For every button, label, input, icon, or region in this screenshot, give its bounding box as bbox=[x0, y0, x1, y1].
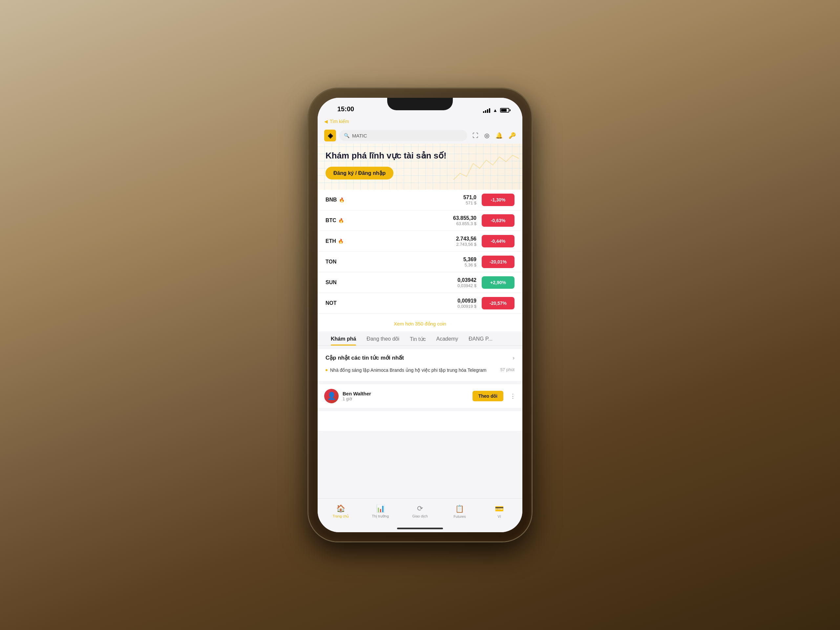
bottom-nav-icon: 📋 bbox=[455, 505, 464, 513]
coin-price-col: 5,369 5,36 $ bbox=[358, 257, 482, 267]
back-label[interactable]: Tìm kiếm bbox=[330, 119, 349, 124]
bottom-nav-icon: 💳 bbox=[495, 505, 504, 513]
coin-symbol: SUN bbox=[325, 279, 337, 286]
nav-action-icons: ⛶ ◎ 🔔 🔑 bbox=[472, 132, 516, 139]
binance-logo[interactable]: ◈ bbox=[324, 129, 336, 141]
back-arrow-icon: ◀ bbox=[324, 119, 328, 124]
coin-change-badge: -0,63% bbox=[482, 214, 515, 227]
wifi-icon: ▲ bbox=[493, 107, 497, 113]
signal-bars-icon bbox=[483, 107, 490, 113]
coin-price-main: 0,03942 bbox=[358, 277, 477, 283]
register-button[interactable]: Đăng ký / Đăng nhập bbox=[325, 167, 393, 180]
coin-name-col: BTC 🔥 bbox=[325, 218, 358, 223]
fire-icon: 🔥 bbox=[338, 238, 344, 244]
bottom-nav-Giao dịch[interactable]: ⟳ Giao dịch bbox=[409, 504, 431, 518]
bottom-nav-icon: ⟳ bbox=[417, 504, 423, 513]
bottom-nav-label: Futures bbox=[453, 515, 466, 518]
coin-price-usd: 0,03942 $ bbox=[358, 283, 477, 288]
tab-đang-p...[interactable]: ĐANG P... bbox=[463, 332, 498, 346]
coin-price-col: 63.855,30 63.855,3 $ bbox=[358, 215, 482, 226]
coin-name-col: SUN bbox=[325, 279, 358, 286]
bottom-nav-Futures[interactable]: 📋 Futures bbox=[448, 505, 471, 518]
creator-info: Ben Walther 1 giờ bbox=[343, 391, 469, 401]
status-time: 15:00 bbox=[337, 105, 354, 113]
fire-icon: 🔥 bbox=[338, 218, 344, 223]
search-bar[interactable]: 🔍 MATIC bbox=[339, 130, 467, 141]
bottom-nav-label: Thị trường bbox=[372, 514, 389, 518]
top-navigation: ◈ 🔍 MATIC ⛶ ◎ 🔔 🔑 bbox=[317, 127, 523, 144]
bottom-nav-Ví[interactable]: 💳 Ví bbox=[488, 505, 511, 518]
hero-title: Khám phá lĩnh vực tài sản số! bbox=[325, 150, 515, 161]
bottom-nav-icon: 📊 bbox=[376, 504, 385, 513]
coin-symbol: BTC bbox=[325, 218, 336, 223]
bottom-nav-Thị trường[interactable]: 📊 Thị trường bbox=[369, 504, 392, 518]
news-arrow-icon[interactable]: › bbox=[513, 355, 515, 361]
binance-logo-symbol: ◈ bbox=[328, 131, 333, 139]
coin-price-main: 5,369 bbox=[358, 257, 477, 262]
coin-row[interactable]: ETH 🔥 2.743,56 2.743,56 $ -0,44% bbox=[317, 231, 523, 252]
creator-card: 👤 Ben Walther 1 giờ Theo dõi ⋮ bbox=[317, 384, 523, 408]
hero-section: Khám phá lĩnh vực tài sản số! Đăng ký / … bbox=[317, 144, 523, 189]
bottom-nav-label: Trang chủ bbox=[332, 514, 349, 518]
coin-change-badge: -1,30% bbox=[482, 194, 515, 206]
phone-shell: 15:00 ▲ ◀ Tìm kiếm bbox=[308, 88, 532, 542]
bottom-nav-label: Giao dịch bbox=[412, 514, 428, 518]
coin-row[interactable]: BTC 🔥 63.855,30 63.855,3 $ -0,63% bbox=[317, 210, 523, 231]
coin-row[interactable]: BNB 🔥 571,0 571 $ -1,30% bbox=[317, 189, 523, 210]
coin-price-col: 571,0 571 $ bbox=[358, 194, 482, 205]
search-icon: 🔍 bbox=[344, 133, 349, 138]
coin-row[interactable]: TON 5,369 5,36 $ -20,01% bbox=[317, 252, 523, 272]
status-icons: ▲ bbox=[483, 107, 509, 113]
coin-change-badge: -20,57% bbox=[482, 297, 515, 309]
see-more-text[interactable]: Xem hơn 350 đồng coin bbox=[394, 321, 446, 327]
news-item[interactable]: Nhà đồng sáng lập Animoca Brands ủng hộ … bbox=[325, 365, 515, 376]
coin-change-badge: -0,44% bbox=[482, 235, 515, 248]
news-title: Cập nhật các tin tức mới nhất bbox=[325, 354, 404, 361]
coin-price-main: 2.743,56 bbox=[358, 236, 477, 242]
coin-change-badge: +2,90% bbox=[482, 276, 515, 289]
fire-icon: 🔥 bbox=[339, 197, 344, 202]
coin-name-col: TON bbox=[325, 259, 358, 265]
bottom-navigation: 🏠 Trang chủ 📊 Thị trường ⟳ Giao dịch 📋 F… bbox=[317, 498, 523, 524]
phone-screen: 15:00 ▲ ◀ Tìm kiếm bbox=[317, 98, 523, 532]
tab-tin-tức[interactable]: Tin tức bbox=[404, 332, 431, 346]
coin-price-main: 0,00919 bbox=[358, 298, 477, 304]
coin-name-col: ETH 🔥 bbox=[325, 238, 358, 244]
news-dot-icon bbox=[325, 369, 327, 371]
bottom-nav-Trang chủ[interactable]: 🏠 Trang chủ bbox=[329, 504, 352, 518]
news-section: Cập nhật các tin tức mới nhất › Nhà đồng… bbox=[317, 349, 523, 381]
home-indicator bbox=[317, 524, 523, 532]
coin-list: BNB 🔥 571,0 571 $ -1,30% BTC 🔥 63.855,30… bbox=[317, 189, 523, 316]
coin-price-col: 0,03942 0,03942 $ bbox=[358, 277, 482, 288]
home-bar bbox=[397, 527, 443, 529]
coin-row[interactable]: NOT 0,00919 0,00919 $ -20,57% bbox=[317, 293, 523, 314]
coin-price-main: 571,0 bbox=[358, 194, 477, 201]
bell-icon[interactable]: 🔔 bbox=[496, 132, 503, 139]
more-options-icon[interactable]: ⋮ bbox=[510, 392, 516, 399]
search-input-text[interactable]: MATIC bbox=[352, 133, 367, 139]
see-more-section[interactable]: Xem hơn 350 đồng coin bbox=[317, 316, 523, 332]
user-profile-icon[interactable]: 🔑 bbox=[508, 132, 516, 139]
coin-symbol: TON bbox=[325, 259, 336, 265]
coin-price-col: 2.743,56 2.743,56 $ bbox=[358, 236, 482, 247]
tab-đang-theo-dõi[interactable]: Đang theo dõi bbox=[361, 332, 404, 346]
coin-price-usd: 571 $ bbox=[358, 201, 477, 205]
tabs-container: Khám pháĐang theo dõiTin tứcAcademyĐANG … bbox=[317, 332, 523, 346]
back-navigation[interactable]: ◀ Tìm kiếm bbox=[317, 115, 523, 127]
follow-button[interactable]: Theo dõi bbox=[472, 391, 503, 401]
phone-device: 15:00 ▲ ◀ Tìm kiếm bbox=[308, 88, 532, 542]
coin-name-col: BNB 🔥 bbox=[325, 197, 358, 203]
coin-price-usd: 0,00919 $ bbox=[358, 304, 477, 309]
coin-symbol: ETH bbox=[325, 238, 336, 244]
coin-price-usd: 5,36 $ bbox=[358, 262, 477, 267]
expand-icon[interactable]: ⛶ bbox=[472, 132, 478, 139]
main-scroll-content[interactable]: Khám phá lĩnh vực tài sản số! Đăng ký / … bbox=[317, 144, 523, 498]
partial-content-card bbox=[317, 411, 523, 431]
coin-symbol: NOT bbox=[325, 300, 337, 306]
battery-icon bbox=[500, 108, 509, 112]
coin-row[interactable]: SUN 0,03942 0,03942 $ +2,90% bbox=[317, 272, 523, 293]
battery-fill bbox=[501, 109, 507, 112]
headphones-icon[interactable]: ◎ bbox=[484, 132, 489, 139]
tab-khám-phá[interactable]: Khám phá bbox=[325, 332, 361, 346]
tab-academy[interactable]: Academy bbox=[431, 332, 464, 346]
